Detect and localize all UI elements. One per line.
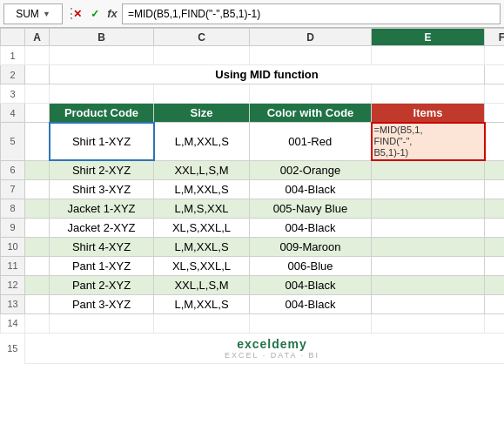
cell-f6[interactable]: [485, 160, 505, 179]
col-header-f[interactable]: F: [485, 29, 505, 46]
cell-c3[interactable]: [154, 84, 250, 104]
cell-f11[interactable]: [485, 256, 505, 275]
cell-b12[interactable]: Pant 2-XYZ: [50, 275, 154, 294]
col-header-b[interactable]: B: [50, 29, 154, 46]
cell-d14[interactable]: [250, 313, 372, 333]
cell-d10[interactable]: 009-Maroon: [250, 237, 372, 256]
cell-d5[interactable]: 001-Red: [250, 123, 372, 161]
cell-c8[interactable]: L,M,S,XXL: [154, 199, 250, 218]
cell-b3[interactable]: [50, 84, 154, 104]
cell-a13[interactable]: [25, 294, 50, 313]
cell-f2[interactable]: [485, 65, 505, 84]
cell-d3[interactable]: [250, 84, 372, 104]
col-header-c[interactable]: C: [154, 29, 250, 46]
col-header-a[interactable]: A: [25, 29, 50, 46]
cell-a1[interactable]: [25, 46, 50, 65]
cell-c6[interactable]: XXL,L,S,M: [154, 160, 250, 179]
cell-a7[interactable]: [25, 179, 50, 199]
cell-f9[interactable]: [485, 218, 505, 237]
cell-a10[interactable]: [25, 237, 50, 256]
row-num-1: 1: [1, 46, 25, 65]
cell-c12[interactable]: XXL,L,S,M: [154, 275, 250, 294]
table-row: 12 Pant 2-XYZ XXL,L,S,M 004-Black: [1, 275, 505, 294]
cell-a11[interactable]: [25, 256, 50, 275]
cell-e5[interactable]: =MID(B5,1,FIND("-",B5,1)-1): [372, 123, 485, 161]
cell-a4[interactable]: [25, 104, 50, 123]
cell-f13[interactable]: [485, 294, 505, 313]
cell-f1[interactable]: [485, 46, 505, 65]
cell-e7[interactable]: [372, 179, 485, 199]
cell-e12[interactable]: [372, 275, 485, 294]
cell-a14[interactable]: [25, 313, 50, 333]
formula-input[interactable]: [122, 3, 501, 24]
cell-e6[interactable]: [372, 160, 485, 179]
col-header-e[interactable]: E: [372, 29, 485, 46]
cell-e3[interactable]: [372, 84, 485, 104]
name-box[interactable]: SUM ▼: [3, 3, 63, 24]
cell-a3[interactable]: [25, 84, 50, 104]
cell-f10[interactable]: [485, 237, 505, 256]
row-num-13: 13: [1, 294, 25, 313]
cell-c13[interactable]: L,M,XXL,S: [154, 294, 250, 313]
corner-cell: [1, 29, 25, 46]
cell-c1[interactable]: [154, 46, 250, 65]
cell-b8[interactable]: Jacket 1-XYZ: [50, 199, 154, 218]
cell-e14[interactable]: [372, 313, 485, 333]
cell-b14[interactable]: [50, 313, 154, 333]
cell-f7[interactable]: [485, 179, 505, 199]
cell-a9[interactable]: [25, 218, 50, 237]
cell-e10[interactable]: [372, 237, 485, 256]
cell-c9[interactable]: XL,S,XXL,L: [154, 218, 250, 237]
cell-f5[interactable]: [485, 123, 505, 161]
cell-d8[interactable]: 005-Navy Blue: [250, 199, 372, 218]
cell-e11[interactable]: [372, 256, 485, 275]
row-num-7: 7: [1, 179, 25, 199]
header-items: Items: [372, 104, 485, 123]
cell-b11[interactable]: Pant 1-XYZ: [50, 256, 154, 275]
cell-b10[interactable]: Shirt 4-XYZ: [50, 237, 154, 256]
table-row: 2 Using MID function: [1, 65, 505, 84]
cell-e8[interactable]: [372, 199, 485, 218]
cell-c14[interactable]: [154, 313, 250, 333]
cell-c11[interactable]: XL,S,XXL,L: [154, 256, 250, 275]
cell-d11[interactable]: 006-Blue: [250, 256, 372, 275]
cell-d13[interactable]: 004-Black: [250, 294, 372, 313]
cancel-icon[interactable]: ✕: [70, 6, 85, 22]
confirm-icon[interactable]: ✓: [87, 6, 103, 22]
cell-d9[interactable]: 004-Black: [250, 218, 372, 237]
cell-a2[interactable]: [25, 65, 50, 84]
cell-a12[interactable]: [25, 275, 50, 294]
cell-d7[interactable]: 004-Black: [250, 179, 372, 199]
cell-d6[interactable]: 002-Orange: [250, 160, 372, 179]
cell-f12[interactable]: [485, 275, 505, 294]
cell-c7[interactable]: L,M,XXL,S: [154, 179, 250, 199]
cell-d12[interactable]: 004-Black: [250, 275, 372, 294]
row-num-11: 11: [1, 256, 25, 275]
cell-f4[interactable]: [485, 104, 505, 123]
cell-a5[interactable]: [25, 123, 50, 161]
cell-e13[interactable]: [372, 294, 485, 313]
col-header-d[interactable]: D: [250, 29, 372, 46]
table-row: 6 Shirt 2-XYZ XXL,L,S,M 002-Orange: [1, 160, 505, 179]
cell-c5[interactable]: L,M,XXL,S: [154, 123, 250, 161]
fx-icon[interactable]: fx: [104, 6, 120, 22]
row-num-3: 3: [1, 84, 25, 104]
watermark-cell: exceldemy EXCEL · DATA · BI: [25, 333, 505, 363]
cell-a6[interactable]: [25, 160, 50, 179]
cell-f8[interactable]: [485, 199, 505, 218]
cell-c10[interactable]: L,M,XXL,S: [154, 237, 250, 256]
cell-b7[interactable]: Shirt 3-XYZ: [50, 179, 154, 199]
cell-e1[interactable]: [372, 46, 485, 65]
cell-a8[interactable]: [25, 199, 50, 218]
cell-b5[interactable]: Shirt 1-XYZ: [50, 123, 154, 161]
cell-e9[interactable]: [372, 218, 485, 237]
cell-d1[interactable]: [250, 46, 372, 65]
cell-b13[interactable]: Pant 3-XYZ: [50, 294, 154, 313]
cell-b9[interactable]: Jacket 2-XYZ: [50, 218, 154, 237]
cell-f14[interactable]: [485, 313, 505, 333]
watermark-row: 15 exceldemy EXCEL · DATA · BI: [1, 333, 505, 363]
name-box-arrow-icon[interactable]: ▼: [43, 10, 50, 18]
cell-b6[interactable]: Shirt 2-XYZ: [50, 160, 154, 179]
cell-f3[interactable]: [485, 84, 505, 104]
cell-b1[interactable]: [50, 46, 154, 65]
